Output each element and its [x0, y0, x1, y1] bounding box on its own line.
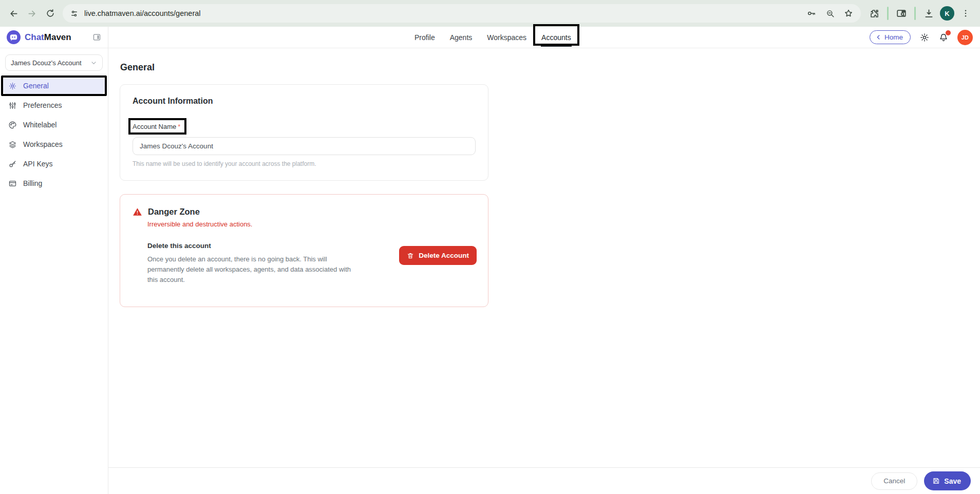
tab-workspaces[interactable]: Workspaces [486, 31, 527, 44]
key-icon [8, 160, 17, 168]
account-selector[interactable]: James Dcouz's Account [5, 54, 103, 71]
active-tab-underline [541, 46, 572, 47]
sidebar: ChatMaven James Dcouz's Account General … [0, 27, 108, 494]
cancel-button[interactable]: Cancel [871, 472, 917, 490]
delete-account-description: Once you delete an account, there is no … [147, 254, 354, 285]
account-name-input[interactable] [133, 137, 476, 155]
sidebar-item-whitelabel[interactable]: Whitelabel [3, 117, 105, 133]
annotation-box-account-name-label [128, 118, 186, 135]
tab-agents[interactable]: Agents [449, 31, 473, 44]
brand-row: ChatMaven [0, 27, 108, 48]
account-information-heading: Account Information [133, 97, 476, 106]
annotation-box-accounts-tab [533, 24, 579, 46]
delete-account-title: Delete this account [147, 242, 354, 250]
chevron-down-icon [90, 60, 97, 66]
save-button[interactable]: Save [924, 471, 971, 490]
browser-menu-icon[interactable] [957, 5, 974, 22]
notification-badge [946, 30, 951, 35]
toolbar-separator [887, 7, 889, 20]
save-icon [932, 477, 940, 485]
warning-icon [133, 207, 142, 217]
sidebar-item-general[interactable]: General [3, 78, 105, 94]
url-text[interactable]: live.chatmaven.ai/accounts/general [84, 9, 803, 17]
url-bar[interactable]: live.chatmaven.ai/accounts/general [63, 4, 861, 23]
page-title: General [120, 62, 980, 73]
password-key-icon[interactable] [803, 5, 820, 22]
header-tabs: Profile Agents Workspaces Accounts [414, 27, 572, 48]
chevron-left-icon [875, 34, 882, 41]
tab-search-icon[interactable] [893, 5, 910, 22]
downloads-icon[interactable] [920, 5, 937, 22]
tab-accounts[interactable]: Accounts [541, 31, 572, 44]
app-header: Profile Agents Workspaces Accounts Home … [0, 27, 980, 48]
sliders-icon [8, 101, 17, 110]
bookmark-star-icon[interactable] [840, 5, 857, 22]
main-content: General Account Information Account Name… [108, 48, 980, 467]
billing-card-icon [8, 179, 17, 188]
danger-zone-warning: Irreversible and destructive actions. [147, 220, 477, 228]
layers-icon [8, 140, 17, 149]
home-button[interactable]: Home [870, 30, 911, 44]
sidebar-item-preferences[interactable]: Preferences [3, 97, 105, 113]
sidebar-item-api-keys[interactable]: API Keys [3, 156, 105, 172]
account-name-label: Account Name* [133, 123, 180, 130]
zoom-out-icon[interactable] [822, 5, 838, 22]
chat-logo-icon [7, 30, 21, 44]
palette-icon [8, 121, 17, 129]
back-icon[interactable] [4, 4, 23, 23]
browser-toolbar: live.chatmaven.ai/accounts/general K [0, 0, 980, 27]
extensions-icon[interactable] [866, 5, 882, 22]
reload-icon[interactable] [41, 4, 60, 23]
site-info-icon[interactable] [69, 9, 79, 18]
danger-zone-heading: Danger Zone [148, 207, 200, 217]
sidebar-nav: General Preferences Whitelabel Workspace… [0, 77, 108, 192]
trash-icon [407, 252, 414, 259]
danger-zone-card: Danger Zone Irreversible and destructive… [120, 194, 488, 307]
delete-account-button[interactable]: Delete Account [399, 246, 477, 265]
notifications-bell-icon[interactable] [938, 32, 949, 43]
panel-toggle-icon[interactable] [92, 33, 101, 42]
footer-bar: Cancel Save [108, 467, 980, 494]
forward-icon[interactable] [23, 4, 41, 23]
account-name-helper-text: This name will be used to identify your … [133, 160, 476, 167]
brand-name: ChatMaven [25, 32, 71, 43]
account-information-card: Account Information Account Name* This n… [120, 84, 488, 181]
browser-profile-avatar[interactable]: K [940, 6, 954, 21]
sidebar-item-workspaces[interactable]: Workspaces [3, 136, 105, 153]
annotation-box-general-item [1, 75, 107, 96]
tab-profile[interactable]: Profile [414, 31, 436, 44]
sidebar-item-billing[interactable]: Billing [3, 175, 105, 192]
toolbar-separator [914, 7, 916, 20]
user-avatar[interactable]: JD [957, 30, 973, 45]
settings-gear-icon[interactable] [919, 32, 930, 43]
